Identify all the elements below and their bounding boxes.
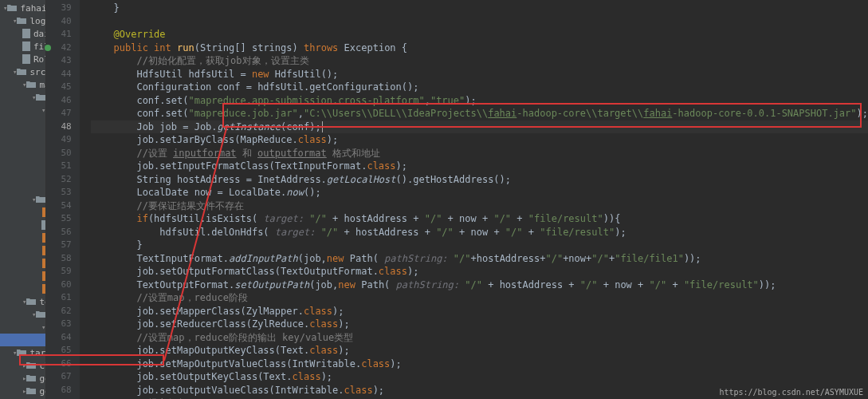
tree-item[interactable]: ▸classes: [0, 359, 45, 372]
tree-item[interactable]: RollingFileAppender.log: [0, 53, 45, 65]
code-line[interactable]: //设置map，reduce阶段: [91, 291, 868, 305]
code-line[interactable]: job.setMapperClass(ZylMapper.class);: [91, 305, 868, 318]
tree-item[interactable]: ▾log: [0, 14, 45, 27]
tree-item[interactable]: hdfs-site.xml: [0, 231, 45, 244]
code-line[interactable]: //设置map，reduce阶段的输出 key/value类型: [91, 331, 868, 345]
line-number[interactable]: 50: [46, 147, 72, 160]
tree-item[interactable]: CZylMapper: [0, 168, 46, 180]
code-line[interactable]: LocalDate now = LocalDate.now();: [91, 186, 868, 200]
line-number[interactable]: 48: [46, 120, 72, 134]
tree-item[interactable]: ▾fahai-hadoop-core C:\Users\DELL\IdeaPro…: [0, 2, 45, 14]
folder-icon: [26, 373, 36, 384]
tree-item[interactable]: log4j.xml: [0, 257, 45, 270]
tree-item[interactable]: ▾target: [0, 346, 45, 359]
tree-item[interactable]: CAppTest: [0, 334, 46, 346]
line-number[interactable]: 41: [46, 28, 72, 41]
line-number[interactable]: 66: [46, 358, 72, 371]
line-number[interactable]: 51: [46, 160, 72, 173]
code-line[interactable]: TextOutputFormat.setOutputPath(job,new P…: [91, 279, 868, 292]
line-number[interactable]: 61: [46, 291, 72, 305]
tree-label: generated-test-sources: [39, 386, 45, 397]
code-line[interactable]: conf.set("mapreduce.job.jar","C:\\Users\…: [91, 107, 868, 120]
tree-item[interactable]: ▾dirver.calculate: [0, 142, 46, 155]
tree-item[interactable]: yarn-site.xml: [0, 282, 45, 295]
line-number[interactable]: 67: [46, 370, 72, 384]
code-line[interactable]: [91, 15, 868, 29]
code-line[interactable]: String hostAddress = InetAddress.getLoca…: [91, 173, 868, 187]
tree-item[interactable]: ▾com.fahai: [0, 321, 45, 334]
code-line[interactable]: Job job = Job.getInstance(conf);: [91, 120, 868, 134]
code-line[interactable]: job.setReducerClass(ZylReduce.class);: [91, 318, 868, 331]
line-number[interactable]: 59: [46, 265, 72, 279]
tree-item[interactable]: core-site.xml: [0, 206, 45, 219]
line-number[interactable]: 42: [46, 41, 72, 55]
line-number[interactable]: 46: [46, 94, 72, 108]
line-number[interactable]: 58: [46, 252, 72, 266]
code-line[interactable]: Configuration conf = hdfsUtil.getConfigu…: [91, 81, 868, 94]
code-line[interactable]: //要保证结果文件不存在: [91, 200, 868, 213]
line-number[interactable]: 54: [46, 200, 72, 213]
tree-label: fahai-hadoop-core: [20, 3, 45, 14]
tree-item[interactable]: ▾main: [0, 78, 45, 91]
line-number[interactable]: 57: [46, 239, 72, 252]
line-number[interactable]: 56: [46, 226, 72, 239]
file-icon: [22, 53, 30, 65]
code-line[interactable]: job.setOutputFormatClass(TextOutputForma…: [91, 265, 868, 279]
tree-item[interactable]: ▾java: [0, 91, 45, 104]
code-line[interactable]: job.setMapOutputKeyClass(Text.class);: [91, 344, 868, 358]
code-line[interactable]: @Override: [91, 28, 868, 41]
code-line[interactable]: }: [91, 239, 868, 252]
line-number[interactable]: 39: [46, 2, 72, 15]
tree-item[interactable]: CHdfsUtil: [0, 129, 46, 142]
line-number[interactable]: 55: [46, 212, 72, 226]
project-tree[interactable]: ▾fahai-hadoop-core C:\Users\DELL\IdeaPro…: [0, 0, 46, 399]
line-number[interactable]: 68: [46, 384, 72, 397]
line-number[interactable]: 49: [46, 133, 72, 147]
code-editor[interactable]: 3940414243444546474849505152535455565758…: [46, 0, 868, 399]
line-gutter: 3940414243444546474849505152535455565758…: [46, 0, 80, 399]
code-line[interactable]: job.setInputFormatClass(TextInputFormat.…: [91, 160, 868, 173]
line-number[interactable]: 65: [46, 344, 72, 358]
code-line[interactable]: if(hdfsUtil.isExists( target: "/" + host…: [91, 212, 868, 226]
tree-item[interactable]: ▾com.fahai.bigdata: [0, 104, 45, 117]
tree-item[interactable]: hadoop.properties: [0, 219, 45, 231]
line-number[interactable]: 63: [46, 318, 72, 331]
line-number[interactable]: 45: [46, 81, 72, 94]
line-number[interactable]: 40: [46, 15, 72, 29]
override-gutter-icon[interactable]: [45, 45, 51, 51]
tree-item[interactable]: CZylReduce: [0, 180, 46, 193]
tree-item[interactable]: CMapReduce: [0, 155, 46, 168]
line-number[interactable]: 64: [46, 331, 72, 345]
code-line[interactable]: //初始化配置，获取job对象，设置主类: [91, 54, 868, 68]
tree-item[interactable]: ▾core.config: [0, 117, 46, 129]
code-area[interactable]: } @Override public int run(String[] stri…: [80, 0, 868, 399]
tree-label: RollingFileAppender.log: [33, 54, 46, 65]
tree-item[interactable]: ▸generated-sources: [0, 372, 45, 385]
code-line[interactable]: job.setJarByClass(MapReduce.class);: [91, 133, 868, 147]
tree-item[interactable]: ▸generated-test-sources: [0, 385, 45, 397]
code-line[interactable]: hdfsUtil.delOnHdfs( target: "/" + hostAd…: [91, 226, 868, 239]
tree-item[interactable]: ▾test: [0, 295, 45, 308]
line-number[interactable]: 62: [46, 305, 72, 318]
tree-item[interactable]: fileAppender.log: [0, 40, 45, 53]
code-line[interactable]: job.setMapOutputValueClass(IntWritable.c…: [91, 358, 868, 371]
line-number[interactable]: 60: [46, 279, 72, 292]
line-number[interactable]: 53: [46, 186, 72, 200]
line-number[interactable]: 44: [46, 68, 72, 81]
line-number[interactable]: 52: [46, 173, 72, 187]
code-line[interactable]: TextInputFormat.addInputPath(job,new Pat…: [91, 252, 868, 266]
tree-item[interactable]: mapred-site.xml: [0, 270, 45, 282]
line-number[interactable]: 43: [46, 54, 72, 68]
code-line[interactable]: job.setOutputKeyClass(Text.class);: [91, 370, 868, 384]
tree-item[interactable]: dailyRollingAppender.log: [0, 27, 45, 40]
tree-item[interactable]: hive-site.xml: [0, 244, 45, 257]
code-line[interactable]: public int run(String[] strings) throws …: [91, 41, 868, 55]
code-line[interactable]: }: [91, 2, 868, 15]
code-line[interactable]: conf.set("mapreduce.app-submission.cross…: [91, 94, 868, 108]
code-line[interactable]: //设置 inputformat 和 outputformat 格式和地址: [91, 147, 868, 160]
line-number[interactable]: 47: [46, 107, 72, 120]
tree-item[interactable]: ▾src: [0, 65, 45, 78]
tree-item[interactable]: ▾java: [0, 308, 45, 321]
code-line[interactable]: HdfsUtil hdfsUtil = new HdfsUtil();: [91, 68, 868, 81]
tree-item[interactable]: ▾resources: [0, 193, 45, 206]
